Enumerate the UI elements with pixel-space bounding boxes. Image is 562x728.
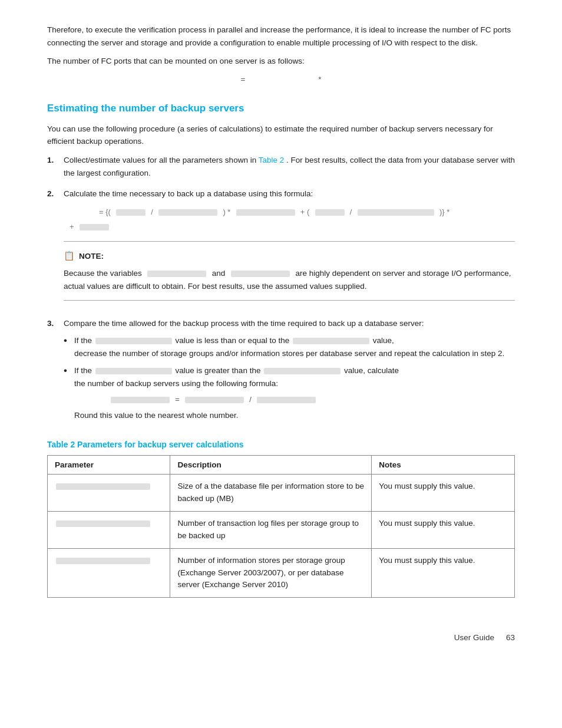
note-text: Because the variables and are highly dep… xyxy=(64,267,515,292)
bullet-2-content: If the value is greater than the value, … xyxy=(74,364,515,422)
table-heading: Table 2 Parameters for backup server cal… xyxy=(47,440,515,449)
param-cell-3 xyxy=(48,548,170,598)
param-cell-2 xyxy=(48,511,170,548)
bullet-2: • If the value is greater than the value… xyxy=(64,364,515,422)
step-1-num: 1. xyxy=(47,154,64,167)
step-1: 1. Collect/estimate values for all the p… xyxy=(47,154,515,179)
bullet-1: • If the value is less than or equal to … xyxy=(64,334,515,360)
notes-cell-3: You must supply this value. xyxy=(372,548,515,598)
section-heading: Estimating the number of backup servers xyxy=(47,103,515,114)
step-3-content: Compare the time allowed for the backup … xyxy=(64,317,515,427)
section-intro: You can use the following procedure (a s… xyxy=(47,123,515,148)
step-3-num: 3. xyxy=(47,317,64,330)
page-footer: User Guide 63 xyxy=(47,633,515,642)
notes-cell-1: You must supply this value. xyxy=(372,474,515,511)
step-2-num: 2. xyxy=(47,187,64,200)
desc-cell-2: Number of transaction log files per stor… xyxy=(170,511,372,548)
intro-formula: = * xyxy=(47,75,515,84)
table-header-row: Parameter Description Notes xyxy=(48,455,515,474)
step-2-content: Calculate the time necessary to back up … xyxy=(64,187,515,308)
intro-para-2: The number of FC ports that can be mount… xyxy=(47,55,515,68)
param-table: Parameter Description Notes Size of a th… xyxy=(47,455,515,598)
step-1-content: Collect/estimate values for all the para… xyxy=(64,154,515,179)
table-row: Size of a the database file per informat… xyxy=(48,474,515,511)
table-row: Number of transaction log files per stor… xyxy=(48,511,515,548)
col-header-notes: Notes xyxy=(372,455,515,474)
intro-para-1: Therefore, to execute the verification p… xyxy=(47,24,515,49)
bullet-icon-2: • xyxy=(64,364,74,377)
footer-page: 63 xyxy=(506,633,515,642)
desc-cell-3: Number of information stores per storage… xyxy=(170,548,372,598)
table2-link: Table 2 xyxy=(259,156,285,164)
note-header: 📋 NOTE: xyxy=(64,249,515,263)
note-box: 📋 NOTE: Because the variables and are hi… xyxy=(64,241,515,300)
bullet-2-formula: = / xyxy=(74,394,515,406)
notes-cell-2: You must supply this value. xyxy=(372,511,515,548)
round-note: Round this value to the nearest whole nu… xyxy=(74,411,238,420)
note-icon: 📋 xyxy=(64,249,75,263)
bullet-1-content: If the value is less than or equal to th… xyxy=(74,334,515,360)
col-header-description: Description xyxy=(170,455,372,474)
desc-cell-1: Size of a the database file per informat… xyxy=(170,474,372,511)
step-2-formula: = {( / ) * + ( / )} * + xyxy=(64,205,515,235)
bullet-list: • If the value is less than or equal to … xyxy=(64,334,515,422)
param-cell-1 xyxy=(48,474,170,511)
numbered-list: 1. Collect/estimate values for all the p… xyxy=(47,154,515,427)
step-3: 3. Compare the time allowed for the back… xyxy=(47,317,515,427)
col-header-parameter: Parameter xyxy=(48,455,170,474)
table-row: Number of information stores per storage… xyxy=(48,548,515,598)
footer-label: User Guide xyxy=(454,633,494,642)
bullet-icon-1: • xyxy=(64,334,74,347)
step-2: 2. Calculate the time necessary to back … xyxy=(47,187,515,308)
